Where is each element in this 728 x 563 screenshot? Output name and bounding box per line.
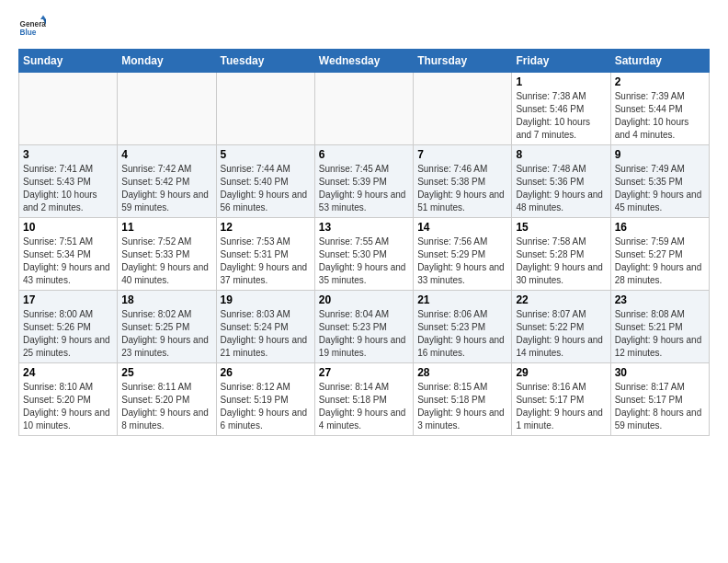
day-info: Sunrise: 7:51 AM Sunset: 5:34 PM Dayligh…	[23, 236, 113, 287]
day-number: 20	[319, 293, 409, 306]
weekday-header: Friday	[512, 50, 610, 73]
calendar-cell: 8Sunrise: 7:48 AM Sunset: 5:36 PM Daylig…	[512, 145, 610, 218]
calendar-cell	[414, 73, 512, 145]
calendar-cell: 3Sunrise: 7:41 AM Sunset: 5:43 PM Daylig…	[19, 145, 118, 218]
calendar-week-row: 3Sunrise: 7:41 AM Sunset: 5:43 PM Daylig…	[19, 145, 710, 218]
day-info: Sunrise: 8:15 AM Sunset: 5:18 PM Dayligh…	[417, 381, 507, 432]
calendar-cell: 5Sunrise: 7:44 AM Sunset: 5:40 PM Daylig…	[216, 145, 314, 218]
day-number: 18	[121, 293, 211, 306]
svg-text:General: General	[20, 20, 47, 29]
weekday-header: Monday	[118, 50, 216, 73]
day-number: 30	[615, 366, 705, 379]
day-info: Sunrise: 8:00 AM Sunset: 5:26 PM Dayligh…	[23, 308, 113, 360]
weekday-header: Saturday	[610, 50, 709, 73]
calendar-cell: 7Sunrise: 7:46 AM Sunset: 5:38 PM Daylig…	[414, 145, 512, 218]
day-info: Sunrise: 7:45 AM Sunset: 5:39 PM Dayligh…	[319, 163, 409, 214]
logo-icon: General Blue	[18, 14, 46, 41]
day-info: Sunrise: 7:46 AM Sunset: 5:38 PM Dayligh…	[417, 163, 507, 214]
day-number: 17	[23, 293, 113, 306]
weekday-header: Tuesday	[216, 50, 314, 73]
day-number: 16	[615, 221, 705, 234]
day-info: Sunrise: 8:07 AM Sunset: 5:22 PM Dayligh…	[516, 308, 606, 360]
calendar-header-row: SundayMondayTuesdayWednesdayThursdayFrid…	[19, 50, 710, 73]
calendar-cell	[118, 73, 216, 145]
calendar-cell: 28Sunrise: 8:15 AM Sunset: 5:18 PM Dayli…	[414, 363, 512, 436]
day-info: Sunrise: 7:59 AM Sunset: 5:27 PM Dayligh…	[615, 236, 705, 287]
day-number: 29	[516, 366, 606, 379]
day-number: 28	[417, 366, 507, 379]
day-number: 5	[221, 148, 311, 161]
day-info: Sunrise: 7:39 AM Sunset: 5:44 PM Dayligh…	[615, 90, 705, 142]
day-number: 25	[121, 366, 211, 379]
calendar-cell: 22Sunrise: 8:07 AM Sunset: 5:22 PM Dayli…	[512, 291, 610, 363]
calendar-cell: 25Sunrise: 8:11 AM Sunset: 5:20 PM Dayli…	[118, 363, 216, 436]
calendar-cell	[314, 73, 413, 145]
day-info: Sunrise: 8:06 AM Sunset: 5:23 PM Dayligh…	[417, 308, 507, 360]
calendar-cell: 19Sunrise: 8:03 AM Sunset: 5:24 PM Dayli…	[216, 291, 314, 363]
day-number: 11	[121, 221, 211, 234]
calendar-cell: 27Sunrise: 8:14 AM Sunset: 5:18 PM Dayli…	[314, 363, 413, 436]
day-info: Sunrise: 8:02 AM Sunset: 5:25 PM Dayligh…	[121, 308, 211, 360]
day-number: 13	[319, 221, 409, 234]
day-number: 24	[23, 366, 113, 379]
calendar-cell: 30Sunrise: 8:17 AM Sunset: 5:17 PM Dayli…	[610, 363, 709, 436]
day-info: Sunrise: 7:55 AM Sunset: 5:30 PM Dayligh…	[319, 236, 409, 287]
calendar-cell: 14Sunrise: 7:56 AM Sunset: 5:29 PM Dayli…	[414, 218, 512, 291]
calendar-cell: 29Sunrise: 8:16 AM Sunset: 5:17 PM Dayli…	[512, 363, 610, 436]
day-number: 14	[417, 221, 507, 234]
day-info: Sunrise: 8:08 AM Sunset: 5:21 PM Dayligh…	[615, 308, 705, 360]
svg-marker-2	[40, 16, 46, 20]
calendar-cell: 17Sunrise: 8:00 AM Sunset: 5:26 PM Dayli…	[19, 291, 118, 363]
day-info: Sunrise: 7:41 AM Sunset: 5:43 PM Dayligh…	[23, 163, 113, 214]
calendar-cell: 23Sunrise: 8:08 AM Sunset: 5:21 PM Dayli…	[610, 291, 709, 363]
day-info: Sunrise: 8:10 AM Sunset: 5:20 PM Dayligh…	[23, 381, 113, 432]
calendar-cell: 16Sunrise: 7:59 AM Sunset: 5:27 PM Dayli…	[610, 218, 709, 291]
calendar-cell: 20Sunrise: 8:04 AM Sunset: 5:23 PM Dayli…	[314, 291, 413, 363]
day-info: Sunrise: 7:48 AM Sunset: 5:36 PM Dayligh…	[516, 163, 606, 214]
weekday-header: Sunday	[19, 50, 118, 73]
day-number: 23	[615, 293, 705, 306]
day-info: Sunrise: 7:49 AM Sunset: 5:35 PM Dayligh…	[615, 163, 705, 214]
day-number: 1	[516, 75, 606, 88]
day-number: 7	[417, 148, 507, 161]
day-info: Sunrise: 8:03 AM Sunset: 5:24 PM Dayligh…	[221, 308, 311, 360]
day-number: 12	[221, 221, 311, 234]
day-info: Sunrise: 8:11 AM Sunset: 5:20 PM Dayligh…	[121, 381, 211, 432]
calendar-week-row: 17Sunrise: 8:00 AM Sunset: 5:26 PM Dayli…	[19, 291, 710, 363]
calendar-cell: 24Sunrise: 8:10 AM Sunset: 5:20 PM Dayli…	[19, 363, 118, 436]
weekday-header: Thursday	[414, 50, 512, 73]
calendar-cell: 4Sunrise: 7:42 AM Sunset: 5:42 PM Daylig…	[118, 145, 216, 218]
day-info: Sunrise: 7:42 AM Sunset: 5:42 PM Dayligh…	[121, 163, 211, 214]
calendar-cell: 2Sunrise: 7:39 AM Sunset: 5:44 PM Daylig…	[610, 73, 709, 145]
calendar-week-row: 1Sunrise: 7:38 AM Sunset: 5:46 PM Daylig…	[19, 73, 710, 145]
day-info: Sunrise: 7:44 AM Sunset: 5:40 PM Dayligh…	[221, 163, 311, 214]
day-number: 9	[615, 148, 705, 161]
logo: General Blue	[18, 14, 50, 41]
calendar-cell: 12Sunrise: 7:53 AM Sunset: 5:31 PM Dayli…	[216, 218, 314, 291]
weekday-header: Wednesday	[314, 50, 413, 73]
day-info: Sunrise: 8:04 AM Sunset: 5:23 PM Dayligh…	[319, 308, 409, 360]
calendar-cell: 26Sunrise: 8:12 AM Sunset: 5:19 PM Dayli…	[216, 363, 314, 436]
day-number: 19	[221, 293, 311, 306]
calendar-cell: 13Sunrise: 7:55 AM Sunset: 5:30 PM Dayli…	[314, 218, 413, 291]
day-info: Sunrise: 8:17 AM Sunset: 5:17 PM Dayligh…	[615, 381, 705, 432]
day-number: 6	[319, 148, 409, 161]
day-number: 2	[615, 75, 705, 88]
day-number: 27	[319, 366, 409, 379]
svg-text:Blue: Blue	[20, 29, 37, 37]
calendar-cell: 15Sunrise: 7:58 AM Sunset: 5:28 PM Dayli…	[512, 218, 610, 291]
calendar-cell: 6Sunrise: 7:45 AM Sunset: 5:39 PM Daylig…	[314, 145, 413, 218]
day-info: Sunrise: 7:56 AM Sunset: 5:29 PM Dayligh…	[417, 236, 507, 287]
day-info: Sunrise: 8:12 AM Sunset: 5:19 PM Dayligh…	[221, 381, 311, 432]
day-info: Sunrise: 7:53 AM Sunset: 5:31 PM Dayligh…	[221, 236, 311, 287]
calendar-cell: 11Sunrise: 7:52 AM Sunset: 5:33 PM Dayli…	[118, 218, 216, 291]
calendar-cell: 1Sunrise: 7:38 AM Sunset: 5:46 PM Daylig…	[512, 73, 610, 145]
day-info: Sunrise: 7:58 AM Sunset: 5:28 PM Dayligh…	[516, 236, 606, 287]
day-number: 26	[221, 366, 311, 379]
calendar-week-row: 24Sunrise: 8:10 AM Sunset: 5:20 PM Dayli…	[19, 363, 710, 436]
day-info: Sunrise: 7:52 AM Sunset: 5:33 PM Dayligh…	[121, 236, 211, 287]
day-number: 15	[516, 221, 606, 234]
calendar-cell	[19, 73, 118, 145]
day-info: Sunrise: 7:38 AM Sunset: 5:46 PM Dayligh…	[516, 90, 606, 142]
calendar-cell: 9Sunrise: 7:49 AM Sunset: 5:35 PM Daylig…	[610, 145, 709, 218]
